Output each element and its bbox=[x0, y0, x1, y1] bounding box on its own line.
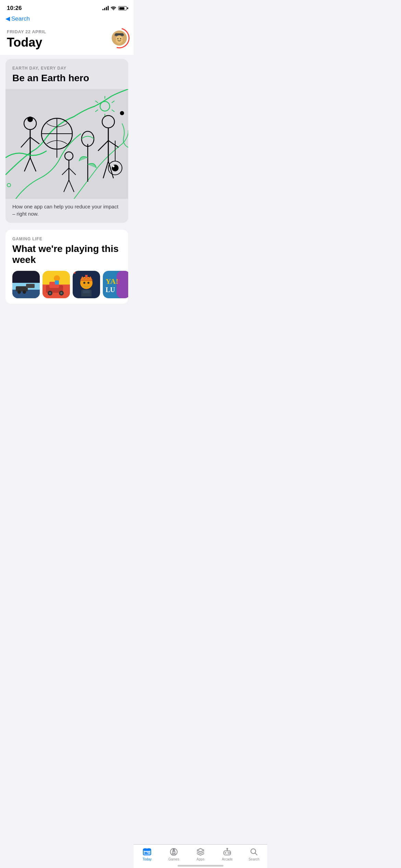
signal-bars-icon bbox=[102, 6, 109, 10]
svg-point-18 bbox=[27, 117, 33, 122]
svg-text:LU: LU bbox=[106, 286, 115, 293]
wifi-icon bbox=[111, 6, 116, 10]
header-left: FRIDAY 22 APRIL Today bbox=[7, 29, 46, 49]
svg-point-43 bbox=[112, 165, 114, 167]
svg-rect-3 bbox=[115, 33, 123, 35]
game-thumb-4-svg: YA! LU ! bbox=[103, 271, 128, 298]
main-content: EARTH DAY, EVERY DAY Be an Earth hero bbox=[0, 55, 134, 315]
game-thumb-3[interactable] bbox=[73, 271, 100, 298]
page-header: FRIDAY 22 APRIL Today bbox=[0, 26, 134, 55]
avatar-face-svg bbox=[112, 31, 127, 46]
date-label: FRIDAY 22 APRIL bbox=[7, 29, 46, 34]
earth-day-card-header: EARTH DAY, EVERY DAY Be an Earth hero bbox=[5, 59, 128, 89]
svg-point-4 bbox=[116, 35, 123, 44]
svg-rect-59 bbox=[55, 280, 59, 285]
earth-day-title: Be an Earth hero bbox=[12, 73, 121, 84]
svg-point-8 bbox=[122, 38, 124, 40]
game-thumbnails: YA! LU ! bbox=[5, 271, 128, 304]
earth-day-illustration bbox=[5, 89, 128, 199]
game-thumb-1-svg bbox=[12, 271, 40, 298]
earth-day-subtitle: EARTH DAY, EVERY DAY bbox=[12, 66, 121, 71]
page-title: Today bbox=[7, 36, 46, 49]
svg-point-63 bbox=[60, 292, 62, 294]
status-icons bbox=[102, 6, 127, 10]
game-thumb-4[interactable]: YA! LU ! bbox=[103, 271, 128, 298]
svg-point-62 bbox=[49, 292, 51, 294]
svg-point-6 bbox=[120, 38, 121, 39]
game-thumb-1[interactable] bbox=[12, 271, 40, 298]
back-label: Search bbox=[11, 15, 30, 22]
svg-rect-50 bbox=[16, 286, 28, 291]
earth-day-description: How one app can help you reduce your imp… bbox=[5, 199, 128, 223]
gaming-card[interactable]: GAMING LIFE What we're playing this week bbox=[5, 230, 128, 304]
status-time: 10:26 bbox=[7, 5, 22, 12]
svg-point-45 bbox=[120, 111, 124, 115]
earth-illustration-svg bbox=[5, 89, 128, 199]
svg-text:!: ! bbox=[118, 278, 120, 285]
earth-day-card[interactable]: EARTH DAY, EVERY DAY Be an Earth hero bbox=[5, 59, 128, 223]
svg-point-53 bbox=[23, 290, 26, 294]
svg-text:YA!: YA! bbox=[106, 277, 118, 286]
battery-icon bbox=[118, 6, 127, 10]
svg-point-70 bbox=[87, 282, 89, 284]
back-arrow-icon: ◀ bbox=[5, 15, 10, 22]
svg-point-0 bbox=[113, 10, 114, 10]
gaming-subtitle: GAMING LIFE bbox=[12, 237, 121, 241]
back-nav[interactable]: ◀ Search bbox=[0, 14, 134, 26]
game-thumb-2[interactable] bbox=[42, 271, 70, 298]
avatar-container[interactable] bbox=[112, 31, 127, 46]
game-thumb-2-svg bbox=[42, 271, 70, 298]
avatar[interactable] bbox=[112, 31, 127, 46]
svg-rect-51 bbox=[26, 284, 35, 288]
svg-point-52 bbox=[17, 290, 21, 294]
svg-rect-67 bbox=[73, 271, 75, 274]
svg-rect-72 bbox=[83, 290, 90, 293]
svg-point-7 bbox=[115, 38, 116, 40]
svg-point-69 bbox=[83, 282, 85, 284]
gaming-title: What we're playing this week bbox=[12, 243, 121, 265]
gaming-card-header: GAMING LIFE What we're playing this week bbox=[5, 230, 128, 271]
svg-point-5 bbox=[118, 38, 119, 39]
status-bar: 10:26 bbox=[0, 0, 134, 14]
game-thumb-3-svg bbox=[73, 271, 100, 298]
